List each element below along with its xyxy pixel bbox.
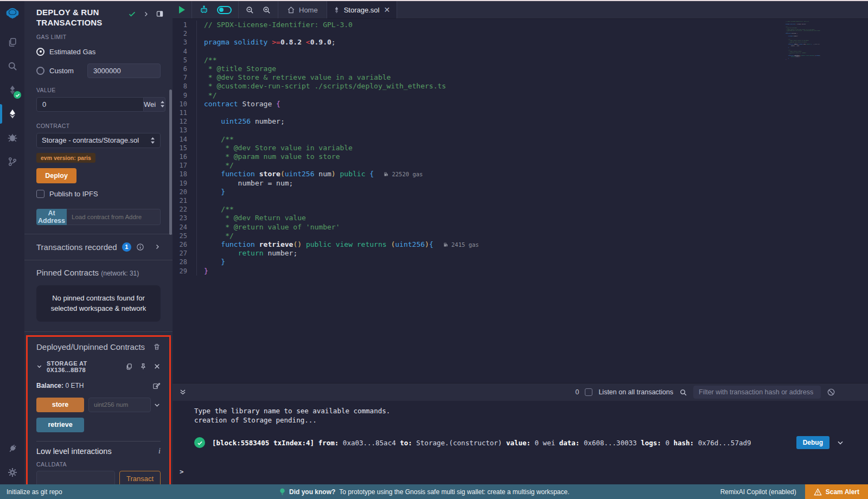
- expand-transactions-icon[interactable]: [154, 244, 161, 250]
- copy-address-icon[interactable]: [125, 363, 133, 370]
- remix-logo-icon[interactable]: [0, 1, 24, 27]
- value-unit-select[interactable]: Wei: [144, 97, 165, 112]
- copilot-toggle[interactable]: [217, 6, 232, 14]
- value-unit: Wei: [144, 100, 156, 108]
- search-transactions-icon[interactable]: [679, 388, 687, 396]
- zoom-in-icon[interactable]: [262, 5, 271, 15]
- icon-rail: [0, 1, 24, 484]
- estimated-gas-radio[interactable]: [36, 48, 44, 56]
- tab-storage-label: Storage.sol: [344, 6, 380, 14]
- gas-estimate-annotation: 2415 gas: [443, 241, 479, 248]
- line-number: 12: [173, 117, 196, 126]
- tab-home[interactable]: Home: [278, 1, 327, 18]
- plugin-manager-icon[interactable]: [0, 437, 24, 460]
- transaction-log-row[interactable]: [block:5583405 txIndex:4] from: 0xa03...…: [194, 436, 844, 449]
- at-address-input[interactable]: [67, 209, 161, 225]
- pinned-contracts-title: Pinned Contracts (network: 31): [36, 268, 161, 277]
- lightbulb-icon: [279, 488, 285, 496]
- publish-ipfs-checkbox[interactable]: [36, 190, 44, 198]
- search-icon[interactable]: [0, 54, 24, 78]
- terminal[interactable]: Type the library name to see available c…: [173, 401, 868, 484]
- git-init-status[interactable]: Initialize as git repo: [0, 488, 62, 496]
- debugger-icon[interactable]: [0, 126, 24, 150]
- main-area: Home Storage.sol ✕ 1// SPDX-License-Iden…: [173, 1, 868, 484]
- code-line: 27 return number;: [173, 249, 868, 258]
- code-line: 1// SPDX-License-Identifier: GPL-3.0: [173, 21, 868, 29]
- stepper-icon: [150, 137, 155, 144]
- contract-select[interactable]: Storage - contracts/Storage.sol: [36, 133, 161, 148]
- line-number: 11: [173, 108, 196, 117]
- balance-label: Balance:: [36, 382, 63, 389]
- transact-button[interactable]: Transact: [119, 471, 161, 485]
- listen-checkbox[interactable]: [585, 388, 592, 396]
- debug-button[interactable]: Debug: [796, 436, 829, 449]
- line-number: 4: [173, 47, 196, 56]
- at-address-button[interactable]: At Address: [36, 209, 67, 225]
- minimap[interactable]: // SPDX-License-Identifier: GPL-3.0 prag…: [784, 21, 820, 370]
- calldata-input[interactable]: [36, 471, 115, 485]
- line-number: 18: [173, 170, 196, 178]
- code-line: * @custom:dev-run-script ./scripts/deplo…: [784, 30, 820, 32]
- expand-args-icon[interactable]: [154, 401, 161, 408]
- listen-count: 0: [575, 388, 579, 396]
- collapse-chevron-icon[interactable]: [36, 363, 42, 369]
- code-line: 26 function retrieve() public view retur…: [173, 240, 868, 249]
- scam-alert-button[interactable]: Scam Alert: [805, 484, 868, 499]
- close-tab-icon[interactable]: ✕: [384, 5, 390, 14]
- terminal-line: creation of Storage pending...: [194, 415, 868, 425]
- transactions-recorded-row[interactable]: Transactions recorded 1: [24, 234, 173, 260]
- store-arg-input[interactable]: [88, 398, 151, 412]
- code-line: 20 }: [173, 188, 868, 196]
- line-number: 13: [173, 126, 196, 135]
- code-line: 13: [173, 126, 868, 135]
- terminal-toolbar: 0 Listen on all transactions: [173, 383, 868, 401]
- expand-tx-icon[interactable]: [837, 439, 844, 446]
- pin-contract-icon[interactable]: [139, 363, 147, 370]
- git-icon[interactable]: [0, 150, 24, 174]
- code-line: 4: [173, 47, 868, 56]
- deploy-run-icon[interactable]: [0, 102, 24, 126]
- divider: [36, 441, 161, 442]
- tab-storage-sol[interactable]: Storage.sol ✕: [327, 1, 398, 18]
- zoom-out-icon[interactable]: [245, 5, 254, 15]
- value-input[interactable]: [36, 97, 144, 112]
- terminal-prompt[interactable]: >: [180, 468, 184, 476]
- expand-terminal-icon[interactable]: [179, 388, 187, 396]
- store-function-button[interactable]: store: [36, 398, 84, 412]
- custom-gas-radio[interactable]: [36, 67, 44, 75]
- trash-icon[interactable]: [153, 343, 161, 351]
- balance-value: 0 ETH: [65, 382, 84, 389]
- remove-contract-icon[interactable]: [154, 363, 161, 370]
- line-number: 17: [173, 161, 196, 170]
- settings-gear-icon[interactable]: [0, 460, 24, 484]
- line-number: 2: [173, 29, 196, 38]
- value-label: VALUE: [36, 87, 161, 93]
- line-number: 5: [173, 56, 196, 65]
- run-script-icon[interactable]: [179, 6, 185, 14]
- deploy-run-panel: DEPLOY & RUN TRANSACTIONS GAS LIMIT Esti…: [24, 1, 173, 484]
- chevron-right-icon[interactable]: [143, 11, 149, 17]
- retrieve-function-button[interactable]: retrieve: [36, 418, 84, 432]
- edit-balance-icon[interactable]: [152, 382, 161, 390]
- line-number: 22: [173, 205, 196, 214]
- ai-copilot-robot-icon[interactable]: [199, 4, 209, 15]
- filter-transactions-input[interactable]: [693, 386, 821, 399]
- custom-gas-input[interactable]: [87, 63, 161, 78]
- solidity-compiler-icon[interactable]: [0, 78, 24, 102]
- info-icon[interactable]: [136, 243, 144, 251]
- estimated-gas-label: Estimated Gas: [49, 48, 95, 56]
- info-icon[interactable]: i: [158, 447, 161, 456]
- pinned-empty-message: No pinned contracts found for selected w…: [36, 285, 161, 322]
- terminal-line: Type the library name to see available c…: [194, 406, 868, 415]
- file-explorer-icon[interactable]: [0, 30, 24, 54]
- deploy-button[interactable]: Deploy: [36, 168, 76, 183]
- did-you-know-tip: Did you know? To prototype using the Gno…: [279, 488, 570, 496]
- pin-panel-icon[interactable]: [156, 10, 164, 18]
- code-line: 6 * @title Storage: [173, 65, 868, 73]
- line-number: 21: [173, 196, 196, 205]
- line-number: 3: [173, 38, 196, 47]
- panel-scrollbar[interactable]: [169, 89, 172, 235]
- clear-terminal-icon[interactable]: [827, 388, 835, 396]
- code-editor[interactable]: 1// SPDX-License-Identifier: GPL-3.02 3p…: [173, 19, 868, 383]
- copilot-status[interactable]: RemixAI Copilot (enabled): [720, 488, 796, 496]
